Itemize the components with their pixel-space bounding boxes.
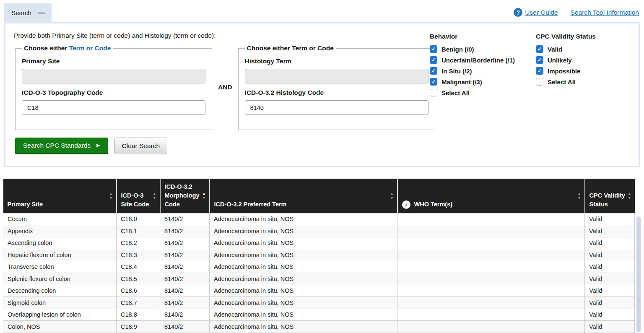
col-header-who-terms[interactable]: i WHO Term(s) ▲▼ bbox=[397, 179, 585, 213]
cell-who-terms bbox=[397, 225, 585, 237]
sort-icon-who-terms[interactable]: ▲▼ bbox=[577, 192, 582, 200]
checkbox-unlikely[interactable]: ✓ Unlikely bbox=[536, 56, 596, 64]
valid-checkbox-icon[interactable]: ✓ bbox=[536, 45, 543, 53]
results-table: Primary Site ▲▼ ICD-O-3 Site Code ▲▼ ICD… bbox=[3, 179, 635, 333]
cell-site-code: C18.4 bbox=[117, 261, 160, 273]
cell-site-code: C18.9 bbox=[117, 321, 160, 333]
clear-search-button[interactable]: Clear Search bbox=[114, 138, 167, 154]
cell-primary-site: Sigmoid colon bbox=[3, 297, 117, 309]
user-guide-link[interactable]: ? User Guide bbox=[514, 8, 558, 17]
sort-icon-site-code[interactable]: ▲▼ bbox=[153, 192, 157, 200]
user-guide-link-text[interactable]: User Guide bbox=[525, 9, 558, 16]
table-row[interactable]: Sigmoid colon C18.7 8140/2 Adenocarcinom… bbox=[3, 297, 635, 309]
validity-select-all-checkbox-icon[interactable]: ✓ bbox=[536, 78, 543, 86]
insitu-label: In Situ (/2) bbox=[441, 68, 472, 75]
checkbox-valid[interactable]: ✓ Valid bbox=[536, 45, 596, 53]
info-icon[interactable]: i bbox=[402, 200, 410, 209]
col-header-primary-site[interactable]: Primary Site ▲▼ bbox=[3, 179, 117, 213]
cell-preferred-term: Adenocarcinoma in situ, NOS bbox=[210, 285, 397, 297]
topography-code-input[interactable] bbox=[22, 100, 205, 115]
cell-morphology-code: 8140/2 bbox=[160, 249, 210, 261]
cell-morphology-code: 8140/2 bbox=[160, 237, 210, 249]
right-arrow-icon: ▶ bbox=[96, 143, 100, 148]
cell-primary-site: Descending colon bbox=[3, 285, 117, 297]
search-panel: Provide both Primary Site (term or code)… bbox=[4, 22, 640, 167]
benign-label: Benign (/0) bbox=[441, 46, 474, 53]
malignant-checkbox-icon[interactable]: ✓ bbox=[430, 78, 437, 86]
cell-site-code: C18.7 bbox=[117, 297, 160, 309]
table-row[interactable]: Appendix C18.1 8140/2 Adenocarcinoma in … bbox=[3, 225, 635, 237]
cell-validity-status: Valid bbox=[585, 213, 635, 225]
search-panel-tab[interactable]: Search — bbox=[4, 3, 52, 22]
cell-validity-status: Valid bbox=[585, 309, 635, 321]
search-cpc-standards-button[interactable]: Search CPC Standards ▶ bbox=[15, 138, 108, 154]
histology-fieldset: Choose either Term or Code Histology Ter… bbox=[238, 44, 435, 130]
checkbox-behavior-select-all[interactable]: ✓ Select All bbox=[430, 89, 515, 96]
col-header-preferred-term[interactable]: ICD-O-3.2 Preferred Term ▲▼ bbox=[210, 179, 397, 213]
primary-site-input[interactable] bbox=[22, 69, 205, 83]
table-row[interactable]: Descending colon C18.6 8140/2 Adenocarci… bbox=[3, 285, 635, 297]
primary-site-label: Primary Site bbox=[22, 57, 205, 65]
col-header-site-code[interactable]: ICD-O-3 Site Code ▲▼ bbox=[117, 179, 160, 213]
checkbox-insitu[interactable]: ✓ In Situ (/2) bbox=[430, 67, 515, 75]
search-tool-information-link[interactable]: Search Tool Information bbox=[571, 9, 639, 16]
benign-checkbox-icon[interactable]: ✓ bbox=[430, 45, 437, 53]
and-label: AND bbox=[218, 83, 232, 91]
table-row[interactable]: Overlapping lesion of colon C18.8 8140/2… bbox=[3, 309, 635, 321]
cell-preferred-term: Adenocarcinoma in situ, NOS bbox=[210, 321, 397, 333]
validity-select-all-label: Select All bbox=[548, 78, 576, 86]
table-row[interactable]: Ascending colon C18.2 8140/2 Adenocarcin… bbox=[3, 237, 635, 249]
cell-preferred-term: Adenocarcinoma in situ, NOS bbox=[210, 261, 397, 273]
table-row[interactable]: Colon, NOS C18.9 8140/2 Adenocarcinoma i… bbox=[3, 321, 635, 333]
unlikely-label: Unlikely bbox=[548, 57, 572, 64]
cell-preferred-term: Adenocarcinoma in situ, NOS bbox=[210, 309, 397, 321]
morphology-code-header-label: ICD-O-3.2 Morphology Code bbox=[165, 183, 200, 208]
table-header-row: Primary Site ▲▼ ICD-O-3 Site Code ▲▼ ICD… bbox=[3, 179, 635, 213]
search-button-label: Search CPC Standards bbox=[23, 142, 91, 149]
checkbox-benign[interactable]: ✓ Benign (/0) bbox=[430, 45, 515, 53]
cell-preferred-term: Adenocarcinoma in situ, NOS bbox=[210, 237, 397, 249]
cell-primary-site: Ascending colon bbox=[3, 237, 117, 249]
unlikely-checkbox-icon[interactable]: ✓ bbox=[536, 56, 543, 64]
cell-site-code: C18.0 bbox=[117, 213, 160, 225]
checkbox-uncertain[interactable]: ✓ Uncertain/Borderline (/1) bbox=[430, 56, 515, 64]
sort-icon-morphology-code-active-asc[interactable]: ▲▼ bbox=[202, 192, 206, 200]
cell-validity-status: Valid bbox=[585, 297, 635, 309]
insitu-checkbox-icon[interactable]: ✓ bbox=[430, 67, 437, 75]
preferred-term-header-label: ICD-O-3.2 Preferred Term bbox=[214, 201, 287, 208]
cell-who-terms bbox=[397, 213, 585, 225]
table-row[interactable]: Transverse colon C18.4 8140/2 Adenocarci… bbox=[3, 261, 635, 273]
table-row[interactable]: Cecum C18.0 8140/2 Adenocarcinoma in sit… bbox=[3, 213, 635, 225]
term-or-code-link[interactable]: Term or Code bbox=[69, 44, 111, 52]
cell-site-code: C18.8 bbox=[117, 309, 160, 321]
collapse-icon[interactable]: — bbox=[38, 9, 44, 17]
uncertain-checkbox-icon[interactable]: ✓ bbox=[430, 56, 437, 64]
histology-fieldset-legend: Choose either Term or Code bbox=[245, 44, 336, 52]
cell-validity-status: Valid bbox=[585, 273, 635, 285]
cell-preferred-term: Adenocarcinoma in situ, NOS bbox=[210, 297, 397, 309]
col-header-validity-status[interactable]: CPC Validity Status ▲▼ bbox=[585, 179, 635, 213]
table-row[interactable]: Hepatic flexure of colon C18.3 8140/2 Ad… bbox=[3, 249, 635, 261]
valid-label: Valid bbox=[548, 46, 562, 53]
legend-prefix: Choose either bbox=[24, 44, 67, 52]
histology-code-input[interactable] bbox=[245, 100, 428, 115]
sort-icon-primary-site[interactable]: ▲▼ bbox=[109, 192, 113, 200]
cell-site-code: C18.5 bbox=[117, 273, 160, 285]
cell-morphology-code: 8140/2 bbox=[160, 261, 210, 273]
histology-term-input[interactable] bbox=[245, 69, 428, 83]
top-bar: Search — ? User Guide Search Tool Inform… bbox=[0, 0, 644, 22]
checkbox-malignant[interactable]: ✓ Malignant (/3) bbox=[430, 78, 515, 86]
sort-icon-preferred-term[interactable]: ▲▼ bbox=[390, 192, 394, 200]
behavior-select-all-checkbox-icon[interactable]: ✓ bbox=[430, 89, 437, 96]
checkbox-impossible[interactable]: ✓ Impossible bbox=[536, 67, 596, 75]
vertical-scrollbar-thumb[interactable] bbox=[636, 216, 641, 332]
cell-morphology-code: 8140/2 bbox=[160, 285, 210, 297]
sort-icon-validity-status[interactable]: ▲▼ bbox=[628, 192, 632, 200]
cell-preferred-term: Adenocarcinoma in situ, NOS bbox=[210, 213, 397, 225]
impossible-checkbox-icon[interactable]: ✓ bbox=[536, 67, 543, 75]
checkbox-validity-select-all[interactable]: ✓ Select All bbox=[536, 78, 596, 86]
question-mark-icon: ? bbox=[514, 8, 522, 17]
who-terms-header-label: WHO Term(s) bbox=[414, 200, 453, 209]
table-row[interactable]: Splenic flexure of colon C18.5 8140/2 Ad… bbox=[3, 273, 635, 285]
col-header-morphology-code[interactable]: ICD-O-3.2 Morphology Code ▲▼ bbox=[160, 179, 210, 213]
